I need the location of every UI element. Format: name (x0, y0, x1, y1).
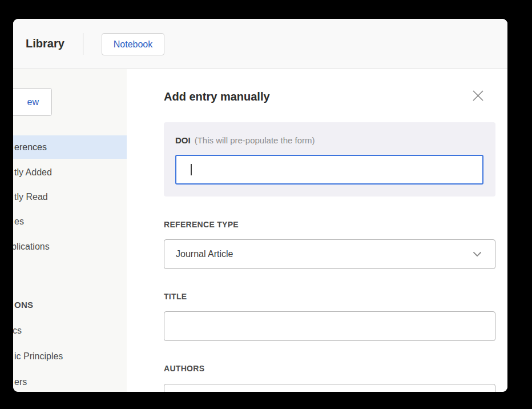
doi-label: DOI (175, 135, 191, 145)
doi-hint: (This will pre-populate the form) (195, 135, 315, 145)
sidebar-item-label: ers (14, 377, 27, 387)
sidebar: ew erences tly Added tly Read es blicati… (13, 69, 127, 392)
sidebar-item-label: blications (13, 242, 50, 251)
sidebar-item-label: tly Read (14, 192, 48, 202)
panel-title: Add entry manually (164, 89, 270, 105)
app-window: Library Notebook ew erences tly Added tl… (13, 19, 507, 392)
add-entry-panel: Add entry manually DOI (This will pre-po… (127, 69, 507, 392)
top-bar: Library Notebook (13, 19, 507, 69)
doi-section: DOI (This will pre-populate the form) (164, 122, 495, 197)
header-divider (83, 33, 83, 55)
sidebar-item-publications[interactable]: blications (13, 235, 127, 258)
title-label: TITLE (164, 291, 187, 302)
close-button[interactable] (470, 87, 486, 103)
doi-input[interactable] (175, 155, 483, 185)
reference-type-select[interactable]: Journal Article (164, 239, 495, 269)
close-icon (472, 90, 484, 102)
authors-input[interactable] (164, 384, 495, 392)
notebook-button[interactable]: Notebook (102, 33, 164, 55)
sidebar-item-all-references[interactable]: erences (13, 135, 127, 159)
sidebar-item-label: ic Principles (14, 351, 63, 361)
title-input[interactable] (164, 311, 495, 341)
sidebar-collection-item[interactable]: ic Principles (13, 344, 127, 368)
sidebar-item-label: tly Added (14, 167, 52, 177)
text-caret (191, 164, 192, 175)
authors-label: AUTHORS (164, 363, 204, 374)
sidebar-item-favorites[interactable]: es (13, 210, 127, 233)
sidebar-item-recently-read[interactable]: tly Read (13, 185, 127, 208)
sidebar-item-label: cs (13, 326, 22, 335)
add-new-button-label: ew (27, 97, 39, 107)
sidebar-item-recently-added[interactable]: tly Added (13, 161, 127, 184)
sidebar-item-label: es (14, 216, 24, 226)
reference-type-value: Journal Article (176, 249, 233, 259)
reference-type-label: REFERENCE TYPE (164, 219, 239, 230)
sidebar-item-label: erences (14, 142, 47, 152)
doi-label-row: DOI (This will pre-populate the form) (175, 134, 315, 146)
sidebar-collection-item[interactable]: cs (13, 319, 127, 342)
chevron-down-icon (472, 249, 482, 259)
sidebar-heading-label: ONS (14, 300, 33, 310)
page-title: Library (26, 19, 65, 69)
sidebar-collections-heading: ONS (13, 293, 127, 316)
sidebar-collection-item[interactable]: ers (13, 370, 127, 392)
add-new-button[interactable]: ew (13, 88, 52, 116)
